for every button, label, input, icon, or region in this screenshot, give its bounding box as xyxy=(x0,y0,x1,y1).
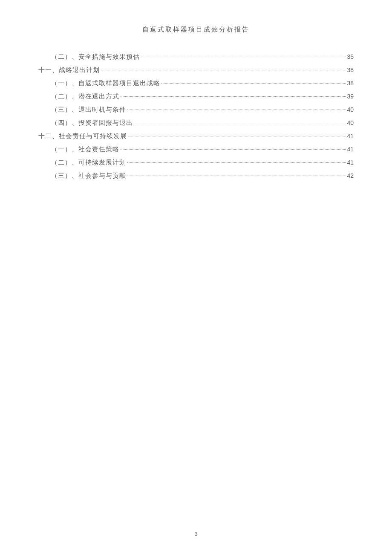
toc-entry: （二）、可持续发展计划 41 xyxy=(38,157,354,168)
toc-page-number: 35 xyxy=(347,52,354,61)
toc-dots xyxy=(161,83,346,84)
toc-page-number: 41 xyxy=(347,145,354,154)
toc-entry: 十二、社会责任与可持续发展 41 xyxy=(38,131,354,141)
toc-page-number: 41 xyxy=(347,131,354,141)
toc-label: （二）、可持续发展计划 xyxy=(51,157,126,168)
toc-label: （一）、社会责任策略 xyxy=(51,144,119,154)
toc-label: （三）、社会参与与贡献 xyxy=(51,171,126,181)
toc-dots xyxy=(127,162,346,163)
toc-dots xyxy=(121,96,346,97)
toc-entry: （二）、安全措施与效果预估 35 xyxy=(38,52,354,62)
page-footer-number: 3 xyxy=(0,531,392,537)
toc-entry: （三）、退出时机与条件 40 xyxy=(38,104,354,115)
toc-page-number: 40 xyxy=(347,118,354,127)
toc-entry: （四）、投资者回报与退出 40 xyxy=(38,118,354,128)
toc-dots xyxy=(127,110,346,110)
toc-page-number: 38 xyxy=(347,78,354,88)
toc-entry: 十一、战略退出计划 38 xyxy=(38,65,354,75)
toc-dots xyxy=(141,57,346,57)
toc-page-number: 38 xyxy=(347,65,354,75)
toc-label: （二）、安全措施与效果预估 xyxy=(51,52,140,62)
toc-dots xyxy=(134,123,346,123)
toc-label: （二）、潜在退出方式 xyxy=(51,91,119,101)
toc-dots xyxy=(121,149,346,150)
toc-entry: （二）、潜在退出方式 39 xyxy=(38,91,354,101)
toc-dots xyxy=(127,176,346,176)
toc-dots xyxy=(101,70,346,70)
toc-dots xyxy=(128,136,346,136)
toc-page-number: 41 xyxy=(347,158,354,167)
toc-entry: （三）、社会参与与贡献 42 xyxy=(38,171,354,181)
toc-page-number: 40 xyxy=(347,105,354,114)
toc-page-number: 39 xyxy=(347,92,354,101)
toc-entry: （一）、社会责任策略 41 xyxy=(38,144,354,154)
toc-entry: （一）、自返式取样器项目退出战略 38 xyxy=(38,78,354,88)
toc-label: （四）、投资者回报与退出 xyxy=(51,118,133,128)
toc-page-number: 42 xyxy=(347,171,354,180)
toc-label: 十一、战略退出计划 xyxy=(38,65,100,75)
toc-label: （三）、退出时机与条件 xyxy=(51,104,126,115)
document-page: 自返式取样器项目成效分析报告 （二）、安全措施与效果预估 35 十一、战略退出计… xyxy=(0,0,392,555)
table-of-contents: （二）、安全措施与效果预估 35 十一、战略退出计划 38 （一）、自返式取样器… xyxy=(38,52,354,181)
toc-label: （一）、自返式取样器项目退出战略 xyxy=(51,78,160,88)
page-header-title: 自返式取样器项目成效分析报告 xyxy=(38,26,354,34)
toc-label: 十二、社会责任与可持续发展 xyxy=(38,131,127,141)
